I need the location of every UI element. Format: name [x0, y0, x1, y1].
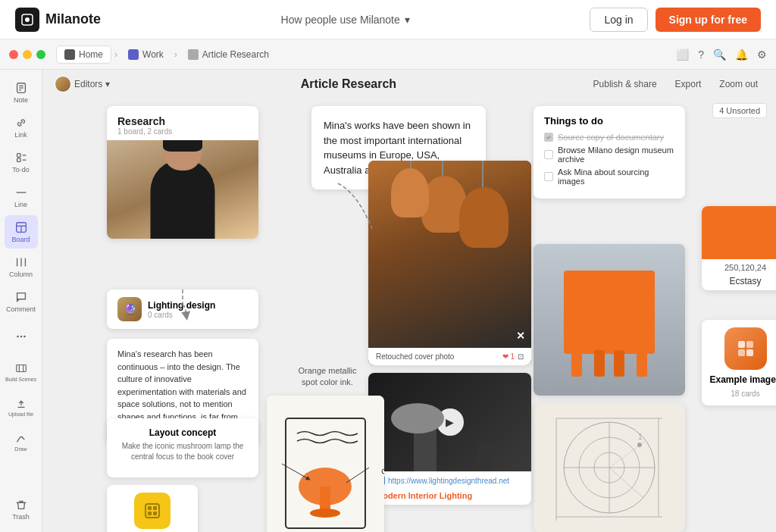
svg-rect-43 [148, 512, 152, 515]
svg-rect-24 [746, 341, 753, 348]
todo-text-3: Ask Mina about sourcing images [558, 167, 674, 186]
svg-rect-7 [17, 158, 20, 162]
tab-article-label: Article Research [202, 49, 269, 60]
todo-check-done[interactable]: ✓ [544, 133, 553, 142]
maximize-window-icon[interactable] [36, 50, 45, 59]
how-people-area[interactable]: How people use Milanote ▾ [281, 14, 410, 26]
svg-rect-26 [746, 349, 753, 356]
canvas-header-right: Publish & share Export Zoom out [587, 76, 764, 92]
lighting-text: Lighting design 0 cards [148, 300, 215, 319]
svg-point-17 [17, 336, 19, 338]
sidebar-build-label: Build Scenes [5, 377, 36, 382]
todo-title: Things to do [544, 115, 674, 127]
canvas-area: Editors ▾ Article Research Publish & sha… [42, 70, 776, 532]
second-bar-icons: ⬜ ? 🔍 🔔 ⚙ [676, 49, 767, 61]
sidebar-item-draw[interactable]: Draw [5, 424, 38, 458]
login-button[interactable]: Log in [590, 8, 647, 32]
sidebar-item-board[interactable]: Board [5, 215, 38, 249]
tab-work[interactable]: Work [120, 46, 171, 63]
video-url-bar: https://www.lightingdesignthread.net [368, 471, 531, 490]
sidebar-item-column[interactable]: Column [5, 250, 38, 283]
more-actions-icon[interactable]: ⊡ [518, 352, 524, 361]
close-window-icon[interactable] [9, 50, 18, 59]
sidebar-item-more[interactable] [5, 320, 38, 353]
research-image [107, 140, 258, 239]
sidebar-item-upload[interactable]: Upload file [5, 390, 38, 423]
minimize-window-icon[interactable] [23, 50, 32, 59]
export-button[interactable]: Export [669, 76, 708, 92]
main-area: Note Link To-do Line Board Column Commen… [0, 70, 776, 532]
sidebar-link-label: Link [14, 131, 27, 139]
breadcrumb-sep-1: › [114, 49, 117, 60]
how-people-text[interactable]: How people use Milanote [281, 14, 400, 26]
sketch-card[interactable] [267, 396, 384, 532]
lamps-actions: ❤ 1 ⊡ [502, 352, 524, 361]
signup-button[interactable]: Sign up for free [656, 8, 761, 32]
video-thumbnail: ▶ [368, 373, 531, 471]
close-icon[interactable]: ✕ [516, 330, 525, 342]
sidebar-board-label: Board [11, 236, 30, 243]
home-tab-icon [64, 49, 75, 60]
sidebar-upload-label: Upload file [8, 412, 33, 417]
article-tab-icon [188, 49, 199, 60]
sidebar-item-build[interactable]: Build Scenes [5, 355, 38, 388]
video-card[interactable]: ▶ https://www.lightingdesignthread.net M… [368, 373, 531, 505]
mobile-icon[interactable]: ⬜ [676, 49, 689, 61]
canvas-header-left: Editors ▾ [55, 76, 110, 92]
heart-button[interactable]: ❤ 1 [502, 352, 515, 361]
cover-designs-card[interactable]: Cover designs 10 cards [107, 485, 198, 532]
todo-text-2: Browse Milano design museum archive [558, 146, 674, 164]
dropdown-arrow-icon: ▾ [405, 14, 410, 26]
sidebar-item-comment[interactable]: Comment [5, 285, 38, 318]
sidebar-note-label: Note [14, 96, 28, 104]
svg-rect-6 [17, 154, 20, 158]
sidebar-item-trash[interactable]: Trash [5, 493, 38, 526]
lighting-title: Lighting design [148, 300, 215, 311]
svg-line-34 [609, 441, 646, 468]
sidebar-trash-label: Trash [12, 513, 30, 521]
sidebar-item-line[interactable]: Line [5, 180, 38, 214]
swatch-name: Ecstasy [702, 276, 776, 290]
editors-button[interactable]: Editors ▾ [55, 76, 110, 92]
tab-work-label: Work [142, 49, 164, 60]
chair-card [534, 244, 685, 396]
tab-article[interactable]: Article Research [180, 46, 277, 63]
todo-check-2[interactable] [544, 150, 553, 159]
tab-home[interactable]: Home [56, 45, 111, 64]
svg-line-35 [609, 468, 643, 498]
svg-rect-44 [153, 512, 157, 515]
swatch-card[interactable]: 250,120,24 Ecstasy [702, 206, 776, 290]
example-images-card[interactable]: Example images 18 cards [702, 320, 776, 405]
swatch-hex: 250,120,24 [702, 259, 776, 276]
svg-point-19 [23, 336, 26, 338]
cover-designs-icon [134, 493, 171, 529]
sidebar-item-todo[interactable]: To-do [5, 146, 38, 179]
settings-icon[interactable]: ⚙ [757, 49, 767, 61]
ink-note: Orange metallic spot color ink. [289, 365, 365, 389]
lighting-design-card[interactable]: 🔮 Lighting design 0 cards [107, 289, 258, 329]
lamps-card[interactable]: ✕ Retouched cover photo ❤ 1 ⊡ [368, 161, 531, 365]
search-icon[interactable]: 🔍 [713, 49, 726, 61]
video-link-title[interactable]: Modern Interior Lighting [368, 490, 531, 505]
top-nav: Milanote How people use Milanote ▾ Log i… [0, 0, 776, 39]
lighting-icon: 🔮 [117, 297, 142, 321]
lamps-caption-text: Retouched cover photo [376, 352, 454, 361]
todo-check-3[interactable] [544, 172, 553, 181]
publish-share-button[interactable]: Publish & share [587, 76, 663, 92]
help-icon[interactable]: ? [698, 49, 704, 61]
editors-label: Editors [74, 79, 102, 89]
sidebar-comment-label: Comment [6, 305, 36, 313]
example-subtitle: 18 cards [731, 390, 759, 398]
todo-item-2: Browse Milano design museum archive [544, 146, 674, 164]
bell-icon[interactable]: 🔔 [735, 49, 748, 61]
research-subtitle: 1 board, 2 cards [117, 127, 248, 136]
layout-concept-card[interactable]: Layout concept Make the iconic mushroom … [107, 418, 258, 477]
todo-item-3: Ask Mina about sourcing images [544, 167, 674, 186]
research-card[interactable]: Research 1 board, 2 cards [107, 106, 258, 239]
sidebar-item-note[interactable]: Note [5, 76, 38, 109]
todo-card[interactable]: Things to do ✓ Source copy of documentar… [534, 106, 685, 199]
zoomout-button[interactable]: Zoom out [713, 76, 764, 92]
logo-text: Milanote [45, 11, 101, 27]
sidebar-item-link[interactable]: Link [5, 111, 38, 144]
breadcrumb-sep-2: › [174, 49, 177, 60]
